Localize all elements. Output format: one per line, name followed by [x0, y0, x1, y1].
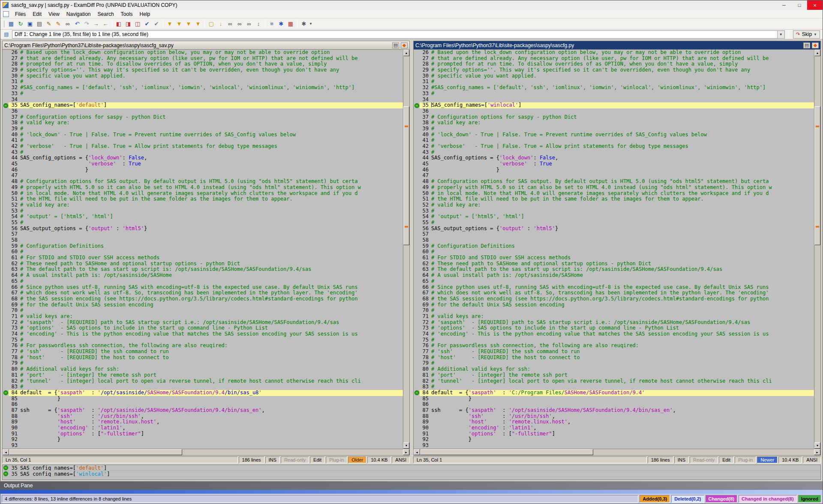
code-line-84[interactable]: →84default = {'saspath' : 'C:/Program Fi… [414, 390, 814, 396]
code-line-51[interactable]: 51# the HTML file will need to be put in… [3, 196, 403, 202]
skip-button[interactable]: ↷ Skip ▼ [793, 30, 820, 39]
code-line-73[interactable]: 73# 'options' - SAS options to include i… [3, 325, 403, 331]
code-line-37[interactable]: 37# Configuration options for saspy - py… [414, 114, 814, 120]
code-line-73[interactable]: 73# 'options' - SAS options to include i… [414, 325, 814, 331]
go-to-line-icon[interactable]: ↓ [216, 19, 225, 29]
code-line-84[interactable]: →84default = {'saspath' : '/opt/sasinsid… [3, 390, 403, 396]
code-line-69[interactable]: 69# for the default Unix SAS session enc… [3, 302, 403, 308]
filter-deleted-icon[interactable]: ▼ [184, 19, 193, 29]
sort-icon[interactable]: ↕ [254, 19, 263, 29]
code-line-83[interactable]: 83# [3, 384, 403, 390]
code-line-37[interactable]: 37# Configuration options for saspy - py… [3, 114, 403, 120]
code-line-30[interactable]: 30# specific value you want applied. [414, 73, 814, 79]
printer-icon[interactable]: ▤ [392, 42, 399, 48]
printer-icon[interactable]: ▤ [803, 42, 810, 48]
code-line-92[interactable]: 92 } [3, 437, 403, 443]
report-list-icon[interactable]: ≡ [267, 19, 276, 29]
prev-difference-icon[interactable]: ← [101, 19, 110, 29]
right-vertical-scrollbar[interactable]: ▲ ▼ [814, 50, 820, 449]
code-line-75[interactable]: 75# [3, 337, 403, 343]
code-line-51[interactable]: 51# the HTML file will need to be put in… [414, 196, 814, 202]
code-line-35[interactable]: →35SAS_config_names=['winlocal'] [414, 102, 814, 108]
code-line-28[interactable]: 28# prompted for at run time. To disallo… [3, 61, 403, 67]
code-line-90[interactable]: 90 'encoding' : 'latin1', [3, 425, 403, 431]
code-line-56[interactable]: 56SAS_output_options = {'output' : 'html… [414, 226, 814, 232]
code-line-88[interactable]: 88 'ssh' : '/usr/bin/ssh', [3, 414, 403, 420]
code-line-52[interactable]: 52# valid key are: [3, 202, 403, 208]
sync-view-icon[interactable]: ✱ [276, 19, 286, 29]
code-line-78[interactable]: 78# 'host' - [REQUIRED] the host to conn… [414, 355, 814, 361]
code-line-30[interactable]: 30# specific value you want applied. [3, 73, 403, 79]
pane-splitter[interactable] [410, 41, 413, 456]
code-line-33[interactable]: 33# [3, 91, 403, 97]
code-line-93[interactable]: 93 [414, 443, 814, 449]
find-all-icon[interactable]: ∞ [244, 19, 254, 29]
show-both-panes-icon[interactable]: ◫ [133, 19, 142, 29]
code-line-85[interactable]: 85 } [414, 396, 814, 402]
code-line-39[interactable]: 39# [3, 126, 403, 132]
code-line-60[interactable]: 60# [414, 249, 814, 255]
code-line-50[interactable]: 50# in local mode. Note that HTML 4.0 wi… [414, 191, 814, 197]
code-line-57[interactable]: 57 [414, 231, 814, 237]
code-line-74[interactable]: 74# 'encoding' - This is the python enco… [414, 331, 814, 337]
find-prev-icon[interactable]: ∞ [235, 19, 244, 29]
code-line-54[interactable]: 54# 'output' = ['html5', 'html'] [3, 214, 403, 220]
left-code-editor[interactable]: 26# Based upon the lock_down configurati… [3, 50, 403, 449]
code-line-89[interactable]: 89 'host' : 'remote.linux.host', [3, 419, 403, 425]
code-line-49[interactable]: 49# properly with HTML 5.0 so it can als… [414, 185, 814, 191]
code-line-92[interactable]: 92 } [414, 437, 814, 443]
compare-files-icon[interactable]: ▦ [6, 19, 16, 29]
edit-first-file-icon[interactable]: ✎ [44, 19, 54, 29]
bottom-diff-row[interactable]: →35SAS_config_names=['winlocal'] [3, 471, 820, 477]
bottom-diff-row[interactable]: →35SAS_config_names=['default'] [3, 465, 820, 471]
hot-file-icon[interactable]: ◆ [812, 42, 819, 48]
code-line-40[interactable]: 40# 'lock_down' - True | False. True = P… [3, 132, 403, 138]
right-horizontal-scrollbar[interactable]: ◄ ► [414, 449, 820, 455]
code-line-34[interactable]: 34 [414, 97, 814, 103]
code-line-48[interactable]: 48# Configuration options for SAS output… [414, 179, 814, 185]
code-line-34[interactable]: 34 [3, 97, 403, 103]
code-line-54[interactable]: 54# 'output' = ['html5', 'html'] [414, 214, 814, 220]
show-right-pane-icon[interactable]: ◨ [123, 19, 133, 29]
menu-edit[interactable]: Edit [29, 10, 45, 18]
code-line-81[interactable]: 81# 'port' - [integer] the remote ssh po… [3, 372, 403, 378]
code-line-65[interactable]: 65# [3, 279, 403, 285]
code-line-47[interactable]: 47 [3, 173, 403, 179]
code-line-71[interactable]: 71# valid keys are: [3, 314, 403, 320]
next-difference-icon[interactable]: → [91, 19, 101, 29]
code-line-32[interactable]: 32#SAS_config_names = ['default', 'ssh',… [3, 85, 403, 91]
code-line-62[interactable]: 62# These need path to SASHome and optio… [414, 261, 814, 267]
code-line-47[interactable]: 47 [414, 173, 814, 179]
code-line-64[interactable]: 64# A usual install path is: /opt/sasins… [3, 273, 403, 279]
code-line-38[interactable]: 38# valid key are: [414, 120, 814, 126]
code-line-66[interactable]: 66# Since python uses utf-8, running SAS… [414, 285, 814, 291]
left-pane-header[interactable]: C:\Program Files\Python\Python37\Lib\sit… [3, 41, 409, 50]
scroll-thumb[interactable] [9, 449, 182, 455]
close-button[interactable]: × [807, 0, 823, 10]
code-line-64[interactable]: 64# A usual install path is: /opt/sasins… [414, 273, 814, 279]
code-line-76[interactable]: 76# For passwordless ssh connection, the… [3, 343, 403, 349]
code-line-93[interactable]: 93 [3, 443, 403, 449]
code-line-86[interactable]: 86 [414, 402, 814, 408]
code-line-38[interactable]: 38# valid key are: [3, 120, 403, 126]
code-line-69[interactable]: 69# for the default Unix SAS session enc… [414, 302, 814, 308]
scroll-right-icon[interactable]: ► [814, 449, 820, 455]
left-horizontal-scrollbar[interactable]: ◄ ► [3, 449, 409, 455]
show-left-pane-icon[interactable]: ◧ [114, 19, 123, 29]
right-pane-header[interactable]: C:\Program Files\Python\Python37\Lib\sit… [414, 41, 820, 50]
code-line-53[interactable]: 53# [3, 208, 403, 214]
current-diff-dropdown[interactable]: Diff 1: Change 1 line (35, first file) t… [12, 30, 785, 39]
code-line-56[interactable]: 56SAS_output_options = {'output' : 'html… [3, 226, 403, 232]
code-line-70[interactable]: 70# [414, 308, 814, 314]
code-line-49[interactable]: 49# properly with HTML 5.0 so it can als… [3, 185, 403, 191]
code-line-61[interactable]: 61# For STDIO and STDIO over SSH access … [3, 255, 403, 261]
code-line-79[interactable]: 79# [3, 360, 403, 366]
code-line-42[interactable]: 42# 'verbose' - True | False. True = All… [414, 144, 814, 150]
code-line-91[interactable]: 91 'options' : ["-fullstimer"] [3, 431, 403, 437]
code-line-39[interactable]: 39# [414, 126, 814, 132]
code-line-88[interactable]: 88 'ssh' : '/usr/bin/ssh', [414, 414, 814, 420]
chevron-down-icon[interactable]: ▼ [309, 22, 313, 26]
code-line-33[interactable]: 33# [414, 91, 814, 97]
print-icon[interactable]: ▤ [35, 19, 44, 29]
code-line-46[interactable]: 46 } [414, 167, 814, 173]
